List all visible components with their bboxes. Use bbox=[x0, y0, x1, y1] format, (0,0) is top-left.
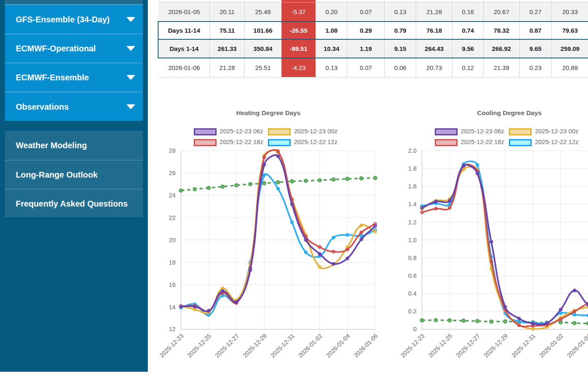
svg-text:2025-12-31: 2025-12-31 bbox=[510, 332, 537, 359]
svg-text:14: 14 bbox=[169, 304, 176, 310]
svg-text:2026-01-02: 2026-01-02 bbox=[297, 332, 323, 359]
svg-text:1.4: 1.4 bbox=[408, 201, 417, 207]
svg-text:16: 16 bbox=[169, 282, 176, 288]
svg-text:12: 12 bbox=[169, 326, 176, 332]
svg-text:2026-01-04: 2026-01-04 bbox=[566, 332, 588, 359]
svg-text:28: 28 bbox=[169, 147, 176, 154]
svg-text:22: 22 bbox=[169, 214, 176, 221]
svg-text:1.0: 1.0 bbox=[408, 237, 417, 243]
svg-text:0.2: 0.2 bbox=[408, 308, 417, 315]
svg-text:1.2: 1.2 bbox=[408, 219, 417, 226]
svg-text:1.6: 1.6 bbox=[408, 183, 417, 190]
svg-text:24: 24 bbox=[169, 192, 176, 199]
svg-text:2.0: 2.0 bbox=[408, 147, 417, 154]
svg-text:2025-12-25: 2025-12-25 bbox=[427, 332, 453, 359]
svg-text:20: 20 bbox=[169, 237, 176, 243]
svg-text:2026-01-04: 2026-01-04 bbox=[325, 332, 351, 359]
svg-text:0: 0 bbox=[413, 326, 417, 332]
svg-text:2025-12-23: 2025-12-23 bbox=[158, 332, 185, 359]
svg-text:2026-01-02: 2026-01-02 bbox=[538, 332, 564, 359]
svg-text:0.4: 0.4 bbox=[408, 290, 417, 297]
svg-text:26: 26 bbox=[169, 170, 176, 176]
svg-text:2025-12-29: 2025-12-29 bbox=[241, 332, 268, 359]
svg-text:2025-12-27: 2025-12-27 bbox=[455, 332, 481, 359]
svg-text:2025-12-23: 2025-12-23 bbox=[399, 332, 426, 359]
svg-text:2025-12-27: 2025-12-27 bbox=[214, 332, 240, 359]
svg-text:2025-12-25: 2025-12-25 bbox=[186, 332, 212, 359]
svg-text:2025-12-31: 2025-12-31 bbox=[269, 332, 296, 359]
svg-text:0.8: 0.8 bbox=[408, 255, 417, 261]
svg-text:1.8: 1.8 bbox=[408, 165, 417, 172]
svg-text:18: 18 bbox=[169, 259, 176, 266]
svg-text:2025-12-29: 2025-12-29 bbox=[482, 332, 509, 359]
svg-text:0.6: 0.6 bbox=[408, 272, 417, 279]
svg-text:2026-01-06: 2026-01-06 bbox=[352, 332, 379, 359]
